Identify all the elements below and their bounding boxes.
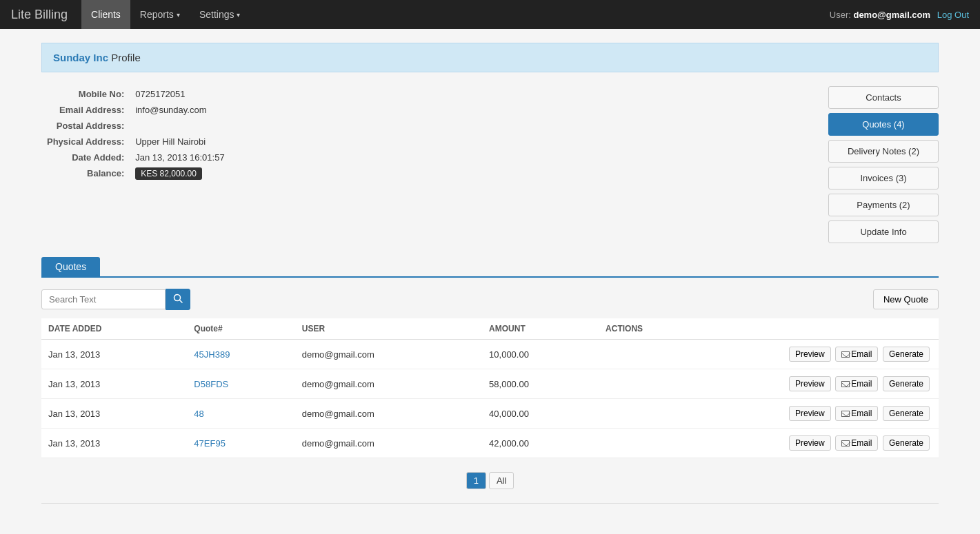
app-brand: Lite Billing — [11, 8, 68, 22]
table-row: Jan 13, 2013 47EF95 demo@gmail.com 42,00… — [41, 429, 939, 458]
profile-label-text: Profile — [111, 52, 141, 63]
generate-btn[interactable]: Generate — [883, 435, 930, 451]
user-email: demo@gmail.com — [853, 10, 930, 20]
row-quote: 47EF95 — [187, 429, 294, 458]
col-quote: Quote# — [187, 318, 294, 340]
contacts-btn[interactable]: Contacts — [828, 86, 939, 109]
email-icon — [841, 440, 850, 446]
profile-header: Sunday Inc Profile — [41, 43, 939, 72]
email-btn[interactable]: Email — [835, 435, 878, 451]
page-all-btn[interactable]: All — [489, 472, 514, 489]
page-1-btn[interactable]: 1 — [466, 472, 486, 489]
email-btn[interactable]: Email — [835, 347, 878, 362]
preview-btn[interactable]: Preview — [789, 406, 831, 421]
balance-label: Balance: — [41, 165, 130, 181]
email-icon — [841, 351, 850, 358]
email-icon — [841, 411, 850, 417]
generate-btn[interactable]: Generate — [883, 406, 930, 421]
generate-btn[interactable]: Generate — [883, 347, 930, 362]
row-date: Jan 13, 2013 — [41, 429, 187, 458]
email-value: info@sunday.com — [130, 102, 230, 118]
table-row: Jan 13, 2013 45JH389 demo@gmail.com 10,0… — [41, 340, 939, 369]
table-row: Jan 13, 2013 48 demo@gmail.com 40,000.00… — [41, 399, 939, 429]
table-header: DATE ADDED Quote# USER AMOUNT ACTIONS — [41, 318, 939, 340]
row-quote: 45JH389 — [187, 340, 294, 369]
row-amount: 58,000.00 — [482, 369, 599, 399]
col-amount: AMOUNT — [482, 318, 599, 340]
invoices-btn[interactable]: Invoices (3) — [828, 167, 939, 189]
delivery-notes-btn[interactable]: Delivery Notes (2) — [828, 140, 939, 163]
quote-link[interactable]: 47EF95 — [194, 438, 226, 449]
email-btn[interactable]: Email — [835, 406, 878, 421]
user-prefix: User: — [830, 10, 851, 20]
row-quote: 48 — [187, 399, 294, 429]
quotes-tbody: Jan 13, 2013 45JH389 demo@gmail.com 10,0… — [41, 340, 939, 458]
row-amount: 10,000.00 — [482, 340, 599, 369]
row-date: Jan 13, 2013 — [41, 369, 187, 399]
row-quote: D58FDS — [187, 369, 294, 399]
svg-line-1 — [180, 300, 183, 303]
email-icon — [841, 381, 850, 387]
footer-divider — [41, 503, 939, 504]
profile-table: Mobile No: 0725172051 Email Address: inf… — [41, 86, 230, 181]
quote-link[interactable]: 45JH389 — [194, 349, 230, 360]
row-actions: Preview Email Generate — [599, 369, 939, 399]
nav-settings[interactable]: Settings ▾ — [190, 0, 250, 29]
logout-link[interactable]: Log Out — [937, 10, 969, 20]
new-quote-button[interactable]: New Quote — [873, 289, 939, 309]
balance-badge: KES 82,000.00 — [135, 167, 202, 180]
update-info-btn[interactable]: Update Info — [828, 220, 939, 243]
mobile-value: 0725172051 — [130, 86, 230, 102]
col-user: USER — [295, 318, 482, 340]
postal-label: Postal Address: — [41, 118, 130, 134]
search-button[interactable] — [166, 289, 190, 310]
nav-reports[interactable]: Reports ▾ — [130, 0, 190, 29]
quotes-table: DATE ADDED Quote# USER AMOUNT ACTIONS Ja… — [41, 318, 939, 458]
balance-row: Balance: KES 82,000.00 — [41, 165, 230, 181]
row-date: Jan 13, 2013 — [41, 399, 187, 429]
quotes-toolbar: New Quote — [41, 289, 939, 310]
postal-value — [130, 118, 230, 134]
row-date: Jan 13, 2013 — [41, 340, 187, 369]
physical-value: Upper Hill Nairobi — [130, 134, 230, 150]
balance-value: KES 82,000.00 — [130, 165, 230, 181]
quote-link[interactable]: D58FDS — [194, 379, 228, 389]
generate-btn[interactable]: Generate — [883, 376, 930, 391]
mobile-row: Mobile No: 0725172051 — [41, 86, 230, 102]
row-amount: 42,000.00 — [482, 429, 599, 458]
postal-row: Postal Address: — [41, 118, 230, 134]
payments-btn[interactable]: Payments (2) — [828, 194, 939, 216]
col-actions: ACTIONS — [599, 318, 939, 340]
email-row: Email Address: info@sunday.com — [41, 102, 230, 118]
search-input[interactable] — [41, 289, 166, 309]
mobile-label: Mobile No: — [41, 86, 130, 102]
row-user: demo@gmail.com — [295, 429, 482, 458]
profile-body: Mobile No: 0725172051 Email Address: inf… — [41, 86, 939, 243]
quote-link[interactable]: 48 — [194, 409, 203, 419]
email-btn[interactable]: Email — [835, 376, 878, 391]
date-label: Date Added: — [41, 150, 130, 165]
row-user: demo@gmail.com — [295, 369, 482, 399]
table-row: Jan 13, 2013 D58FDS demo@gmail.com 58,00… — [41, 369, 939, 399]
preview-btn[interactable]: Preview — [789, 435, 831, 451]
quotes-tab[interactable]: Quotes — [41, 257, 100, 276]
col-date: DATE ADDED — [41, 318, 187, 340]
quotes-btn[interactable]: Quotes (4) — [828, 113, 939, 136]
preview-btn[interactable]: Preview — [789, 376, 831, 391]
search-group — [41, 289, 190, 310]
row-actions: Preview Email Generate — [599, 429, 939, 458]
preview-btn[interactable]: Preview — [789, 347, 831, 362]
date-row: Date Added: Jan 13, 2013 16:01:57 — [41, 150, 230, 165]
physical-row: Physical Address: Upper Hill Nairobi — [41, 134, 230, 150]
row-actions: Preview Email Generate — [599, 399, 939, 429]
email-label: Email Address: — [41, 102, 130, 118]
profile-info: Mobile No: 0725172051 Email Address: inf… — [41, 86, 808, 243]
header-row: DATE ADDED Quote# USER AMOUNT ACTIONS — [41, 318, 939, 340]
date-value: Jan 13, 2013 16:01:57 — [130, 150, 230, 165]
search-icon — [173, 294, 183, 303]
nav-clients[interactable]: Clients — [81, 0, 130, 29]
row-user: demo@gmail.com — [295, 399, 482, 429]
navbar: Lite Billing Clients Reports ▾ Settings … — [0, 0, 980, 29]
section-tab-container: Quotes — [41, 257, 939, 278]
reports-dropdown-icon: ▾ — [177, 11, 180, 19]
